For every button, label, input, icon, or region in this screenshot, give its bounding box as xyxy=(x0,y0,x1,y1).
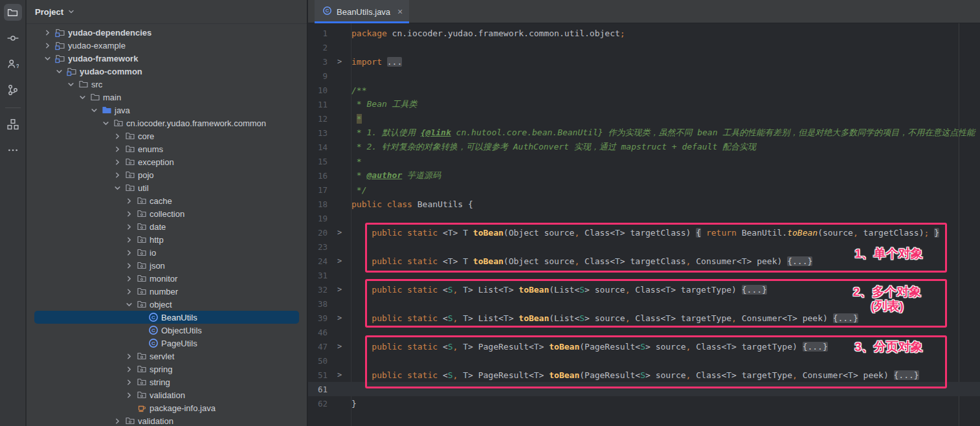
chevron-down-icon[interactable] xyxy=(87,107,100,114)
tree-item-number[interactable]: number xyxy=(34,285,299,298)
tree-item-yudao-example[interactable]: yudao-example xyxy=(34,39,299,52)
project-panel-header[interactable]: Project xyxy=(27,0,307,24)
code-text: import ... xyxy=(351,57,402,67)
package-icon xyxy=(112,118,125,128)
fold-arrow-icon[interactable]: > xyxy=(328,285,351,294)
tool-commit-button[interactable] xyxy=(4,30,22,47)
chevron-right-icon[interactable] xyxy=(122,366,135,373)
tab-beanutils-java[interactable]: C BeanUtils.java × xyxy=(315,0,409,23)
tree-item-json[interactable]: json xyxy=(34,259,299,272)
code-line-12[interactable]: 12 * xyxy=(308,111,980,126)
tree-item-exception[interactable]: exception xyxy=(34,155,299,168)
code-line-9[interactable]: 9 xyxy=(308,69,980,83)
fold-arrow-icon[interactable]: > xyxy=(328,342,351,351)
code-line-2[interactable]: 2 xyxy=(308,40,980,54)
tool-structure-button[interactable] xyxy=(4,116,22,133)
tree-item-io[interactable]: io xyxy=(34,246,299,259)
chevron-right-icon[interactable] xyxy=(122,288,135,295)
close-icon[interactable]: × xyxy=(397,6,403,17)
line-number: 18 xyxy=(308,199,328,209)
tree-item-label: collection xyxy=(150,209,184,219)
tool-project-button[interactable] xyxy=(4,4,22,21)
tree-item-string[interactable]: string xyxy=(34,376,299,388)
tree-item-src[interactable]: src xyxy=(34,78,299,91)
chevron-right-icon[interactable] xyxy=(41,42,54,49)
chevron-down-icon[interactable] xyxy=(122,301,135,308)
chevron-down-icon[interactable] xyxy=(41,55,54,62)
chevron-down-icon[interactable] xyxy=(76,94,89,101)
chevron-down-icon[interactable] xyxy=(99,120,112,127)
chevron-down-icon[interactable] xyxy=(52,68,65,75)
code-line-17[interactable]: 17 */ xyxy=(308,183,980,197)
code-line-16[interactable]: 16 * @author 芋道源码 xyxy=(308,168,980,183)
chevron-down-icon[interactable] xyxy=(68,7,74,17)
chevron-right-icon[interactable] xyxy=(111,146,124,153)
tree-item-label: spring xyxy=(150,364,172,374)
tool-more-button[interactable] xyxy=(4,142,22,159)
fold-arrow-icon[interactable]: > xyxy=(328,256,351,265)
tree-item-main[interactable]: main xyxy=(34,91,299,104)
code-line-11[interactable]: 11 * Bean 工具类 xyxy=(308,97,980,111)
code-line-15[interactable]: 15 * xyxy=(308,154,980,168)
tree-item-validation[interactable]: validation xyxy=(34,414,299,426)
chevron-right-icon[interactable] xyxy=(122,210,135,218)
tree-item-beanutils[interactable]: CBeanUtils xyxy=(34,311,299,324)
chevron-right-icon[interactable] xyxy=(122,249,135,256)
package-icon xyxy=(124,416,137,426)
chevron-right-icon[interactable] xyxy=(122,262,135,269)
code-line-1[interactable]: 1package cn.iocoder.yudao.framework.comm… xyxy=(308,26,980,40)
fold-arrow-icon[interactable]: > xyxy=(328,57,351,66)
code-line-14[interactable]: 14 * 2. 针对复杂的对象转换，可以搜参考 AuthConvert 实现，通… xyxy=(308,140,980,154)
tree-item-collection[interactable]: collection xyxy=(34,207,299,220)
tool-git-branch-button[interactable] xyxy=(4,82,22,98)
code-line-10[interactable]: 10/** xyxy=(308,83,980,97)
chevron-right-icon[interactable] xyxy=(111,159,124,166)
tree-item-servlet[interactable]: servlet xyxy=(34,350,299,363)
tree-item-object[interactable]: object xyxy=(34,298,299,311)
tree-item-enums[interactable]: enums xyxy=(34,142,299,155)
tree-item-pageutils[interactable]: CPageUtils xyxy=(34,337,299,350)
tree-item-date[interactable]: date xyxy=(34,220,299,233)
tree-item-java[interactable]: java xyxy=(34,104,299,117)
tree-item-yudao-dependencies[interactable]: yudao-dependencies xyxy=(34,26,299,39)
tree-item-core[interactable]: core xyxy=(34,129,299,142)
package-icon xyxy=(135,221,148,232)
chevron-right-icon[interactable] xyxy=(122,392,135,399)
tool-code-review-button[interactable]: ? xyxy=(4,56,22,73)
tree-item-util[interactable]: util xyxy=(34,181,299,194)
chevron-down-icon[interactable] xyxy=(64,81,77,88)
tree-item-label: ObjectUtils xyxy=(161,326,202,335)
chevron-down-icon[interactable] xyxy=(111,185,124,192)
tree-item-yudao-common[interactable]: yudao-common xyxy=(34,65,299,78)
code-text: } xyxy=(351,399,357,409)
chevron-right-icon[interactable] xyxy=(111,418,124,425)
tree-item-cn-iocoder-yudao-framework-common[interactable]: cn.iocoder.yudao.framework.common xyxy=(34,117,299,129)
tree-item-objectutils[interactable]: CObjectUtils xyxy=(34,324,299,337)
tree-item-pojo[interactable]: pojo xyxy=(34,168,299,181)
chevron-right-icon[interactable] xyxy=(122,223,135,230)
tree-item-cache[interactable]: cache xyxy=(34,194,299,207)
chevron-right-icon[interactable] xyxy=(122,275,135,282)
line-number: 1 xyxy=(308,28,328,38)
chevron-right-icon[interactable] xyxy=(122,353,135,360)
tree-item-label: exception xyxy=(138,157,174,167)
tree-item-monitor[interactable]: monitor xyxy=(34,272,299,285)
chevron-right-icon[interactable] xyxy=(111,133,124,140)
fold-arrow-icon[interactable]: > xyxy=(328,370,351,379)
chevron-right-icon[interactable] xyxy=(41,29,54,36)
tree-item-spring[interactable]: spring xyxy=(34,363,299,376)
chevron-right-icon[interactable] xyxy=(122,197,135,205)
tree-item-validation[interactable]: validation xyxy=(34,388,299,401)
code-line-13[interactable]: 13 * 1. 默认使用 {@link cn.hutool.core.bean.… xyxy=(308,126,980,140)
chevron-right-icon[interactable] xyxy=(122,379,135,386)
fold-arrow-icon[interactable]: > xyxy=(328,313,351,322)
code-line-18[interactable]: 18public class BeanUtils { xyxy=(308,197,980,211)
tree-item-http[interactable]: http xyxy=(34,233,299,246)
fold-arrow-icon[interactable]: > xyxy=(328,228,351,237)
tree-item-yudao-framework[interactable]: yudao-framework xyxy=(34,52,299,65)
chevron-right-icon[interactable] xyxy=(111,172,124,179)
code-line-62[interactable]: 62} xyxy=(308,396,980,410)
chevron-right-icon[interactable] xyxy=(122,236,135,243)
code-line-3[interactable]: 3>import ... xyxy=(308,54,980,69)
tree-item-package-info-java[interactable]: package-info.java xyxy=(34,401,299,414)
